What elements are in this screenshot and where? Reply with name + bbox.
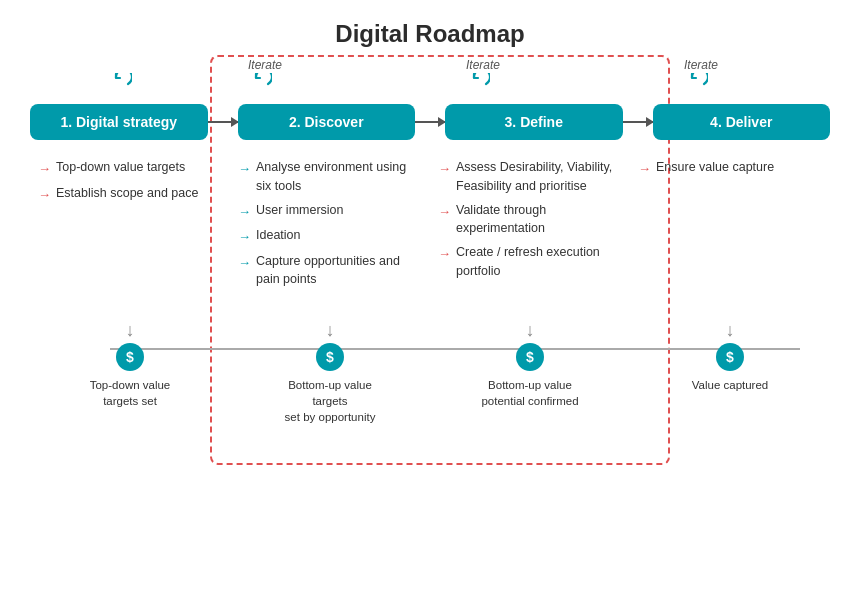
timeline-point-1: ↓ $ Top-down valuetargets set <box>70 320 190 425</box>
cycle-icon-1 <box>108 73 132 97</box>
bullet-1-1: → Top-down value targets <box>38 158 222 179</box>
content-row: → Top-down value targets → Establish sco… <box>30 152 830 300</box>
timeline-point-2: ↓ $ Bottom-up value targetsset by opport… <box>270 320 390 425</box>
down-arrow-3: ↓ <box>526 320 535 341</box>
iter-slot-4: Iterate <box>674 58 854 100</box>
bullet-2-3: → Ideation <box>238 226 422 247</box>
timeline-point-4: ↓ $ Value captured <box>670 320 790 425</box>
dollar-circle-1: $ <box>116 343 144 371</box>
main-container: Digital Roadmap Iterate Iterate <box>0 0 860 593</box>
step-4-box: 4. Deliver <box>653 104 831 140</box>
step-3-box: 3. Define <box>445 104 623 140</box>
bullet-arrow-2-3: → <box>238 227 251 247</box>
iterate-label-2: Iterate <box>466 58 500 72</box>
step-connector-3 <box>623 121 653 123</box>
down-arrow-4: ↓ <box>726 320 735 341</box>
bullet-3-2: → Validate through experimentation <box>438 201 622 239</box>
bullet-1-2: → Establish scope and pace <box>38 184 222 205</box>
cycle-icon-2 <box>248 73 272 97</box>
bullet-arrow-2-2: → <box>238 202 251 222</box>
bullet-arrow-3-3: → <box>438 244 451 264</box>
bullet-arrow-2-4: → <box>238 253 251 273</box>
content-col-2: → Analyse environment using six tools → … <box>230 152 430 300</box>
bullet-2-1: → Analyse environment using six tools <box>238 158 422 196</box>
step-1-box: 1. Digital strategy <box>30 104 208 140</box>
iter-slot-2: Iterate <box>238 58 428 100</box>
bullet-arrow-1-1: → <box>38 159 51 179</box>
step-connector-1 <box>208 121 238 123</box>
bullet-3-1: → Assess Desirability, Viability, Feasib… <box>438 158 622 196</box>
timeline-label-4: Value captured <box>692 377 769 393</box>
timeline-point-3: ↓ $ Bottom-up valuepotential confirmed <box>470 320 590 425</box>
timeline-points: ↓ $ Top-down valuetargets set ↓ $ Bottom… <box>30 320 830 425</box>
bullet-arrow-3-1: → <box>438 159 451 179</box>
down-arrow-2: ↓ <box>326 320 335 341</box>
steps-row: 1. Digital strategy 2. Discover 3. Defin… <box>30 104 830 140</box>
step-2-box: 2. Discover <box>238 104 416 140</box>
content-col-3: → Assess Desirability, Viability, Feasib… <box>430 152 630 300</box>
cycle-icon-3 <box>466 73 490 97</box>
down-arrow-1: ↓ <box>126 320 135 341</box>
bullet-2-2: → User immersion <box>238 201 422 222</box>
bullet-2-4: → Capture opportunities and pain points <box>238 252 422 290</box>
dollar-circle-2: $ <box>316 343 344 371</box>
iterate-label-3: Iterate <box>684 58 718 72</box>
iter-slot-3: Iterate <box>456 58 646 100</box>
bullet-arrow-4-1: → <box>638 159 651 179</box>
timeline-label-2: Bottom-up value targetsset by opportunit… <box>270 377 390 425</box>
dollar-circle-3: $ <box>516 343 544 371</box>
bullet-4-1: → Ensure value capture <box>638 158 822 179</box>
timeline-label-1: Top-down valuetargets set <box>90 377 171 409</box>
bullet-arrow-2-1: → <box>238 159 251 179</box>
content-col-4: → Ensure value capture <box>630 152 830 300</box>
cycle-icon-4 <box>684 73 708 97</box>
bullet-3-3: → Create / refresh execution portfolio <box>438 243 622 281</box>
timeline-section: ↓ $ Top-down valuetargets set ↓ $ Bottom… <box>30 320 830 425</box>
iter-slot-1 <box>30 73 210 100</box>
bullet-arrow-3-2: → <box>438 202 451 222</box>
step-connector-2 <box>415 121 445 123</box>
iterate-label-1: Iterate <box>248 58 282 72</box>
bullet-arrow-1-2: → <box>38 185 51 205</box>
content-col-1: → Top-down value targets → Establish sco… <box>30 152 230 300</box>
page-title: Digital Roadmap <box>30 20 830 48</box>
timeline-label-3: Bottom-up valuepotential confirmed <box>481 377 578 409</box>
dollar-circle-4: $ <box>716 343 744 371</box>
iterate-row: Iterate Iterate Iterate <box>30 58 830 100</box>
